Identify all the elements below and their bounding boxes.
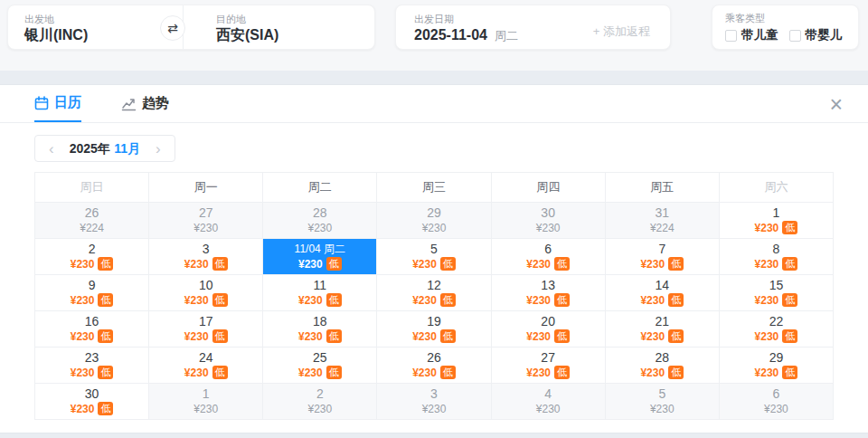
weekday-header: 周日 [35,173,149,203]
low-price-badge: 低 [668,293,684,307]
low-price-badge: 低 [326,293,342,307]
low-price-badge: 低 [554,329,570,343]
low-price-badge: 低 [440,366,456,379]
price-label: ¥230低 [606,293,719,308]
calendar-icon [34,96,49,110]
day-number: 22 [720,314,833,329]
calendar-day-cell[interactable]: 28¥230低 [605,348,719,384]
with-infant-checkbox[interactable] [789,30,801,42]
price-calendar: 周日周一周二周三周四周五周六 26¥22427¥23028¥23029¥2303… [34,172,834,420]
calendar-day-cell[interactable]: 30¥230 [491,203,605,239]
with-children-option[interactable]: 带儿童 [725,27,778,43]
with-infant-option[interactable]: 带婴儿 [789,27,843,43]
departure-field[interactable]: 出发地 银川(INC) [8,5,183,49]
calendar-day-cell[interactable]: 13¥230低 [491,275,605,311]
calendar-day-cell[interactable]: 7¥230低 [605,239,719,275]
destination-value[interactable]: 西安(SIA) [216,25,374,45]
day-number: 14 [606,278,719,293]
low-price-badge: 低 [212,329,228,343]
calendar-day-cell[interactable]: 1¥230 [149,384,263,420]
calendar-day-cell[interactable]: 5¥230 [605,384,719,420]
calendar-day-cell[interactable]: 27¥230低 [491,348,605,384]
day-number: 5 [377,242,490,257]
calendar-day-cell[interactable]: 6¥230 [719,384,833,420]
price-label: ¥230 [149,221,262,235]
calendar-day-cell[interactable]: 30¥230低 [35,384,149,420]
price-calendar-panel: 日历 趋势 × ‹ 2025年 11月 › 周日周一周二周三周四周五周六 26¥… [0,84,868,433]
day-number: 28 [263,205,376,221]
destination-field[interactable]: 目的地 西安(SIA) [184,5,374,49]
price-label: ¥230低 [720,221,833,235]
day-number: 6 [720,386,833,402]
calendar-day-cell[interactable]: 4¥230 [491,384,605,420]
with-children-label: 带儿童 [741,27,778,43]
calendar-day-cell[interactable]: 1¥230低 [719,203,833,239]
price-label: ¥230低 [492,366,605,380]
day-number: 26 [35,205,148,221]
calendar-day-cell[interactable]: 27¥230 [149,203,263,239]
calendar-day-cell[interactable]: 21¥230低 [605,311,719,348]
day-number: 30 [35,386,148,402]
calendar-day-cell[interactable]: 10¥230低 [149,275,263,311]
day-number: 28 [606,350,719,366]
calendar-day-cell[interactable]: 3¥230低 [149,239,263,275]
day-number: 11 [263,278,376,293]
day-number: 2 [35,242,148,257]
calendar-day-cell[interactable]: 31¥224 [605,203,719,239]
price-label: ¥230低 [149,257,262,271]
calendar-day-cell[interactable]: 29¥230 [377,203,491,239]
calendar-day-cell[interactable]: 12¥230低 [377,275,491,311]
calendar-day-cell[interactable]: 26¥224 [35,203,149,239]
calendar-day-cell[interactable]: 8¥230低 [719,239,833,275]
day-number: 29 [720,350,833,366]
calendar-day-cell[interactable]: 3¥230 [377,384,491,420]
calendar-day-cell[interactable]: 5¥230低 [377,239,491,275]
calendar-day-cell[interactable]: 24¥230低 [149,348,263,384]
next-month-button[interactable]: › [154,141,163,157]
calendar-day-cell[interactable]: 15¥230低 [719,275,833,311]
day-number: 31 [606,205,719,221]
low-price-badge: 低 [98,257,113,271]
calendar-day-cell[interactable]: 18¥230低 [263,311,377,348]
prev-month-button[interactable]: ‹ [47,141,56,157]
calendar-day-cell[interactable]: 16¥230低 [35,311,149,348]
calendar-day-cell[interactable]: 29¥230低 [719,348,833,384]
tab-calendar[interactable]: 日历 [34,85,81,122]
departure-date-value[interactable]: 2025-11-04 [414,25,487,45]
tab-trend[interactable]: 趋势 [121,85,169,122]
calendar-day-cell[interactable]: 6¥230低 [491,239,605,275]
departure-value[interactable]: 银川(INC) [24,25,183,45]
price-label: ¥230低 [35,329,148,344]
price-label: ¥230低 [263,366,376,380]
calendar-day-cell[interactable]: 22¥230低 [719,311,833,348]
swap-route-button[interactable]: ⇄ [160,15,185,41]
calendar-day-cell[interactable]: 17¥230低 [149,311,263,348]
calendar-day-cell[interactable]: 14¥230低 [605,275,719,311]
price-label: ¥224 [35,221,148,235]
calendar-day-cell[interactable]: 2¥230 [263,384,377,420]
calendar-day-cell[interactable]: 26¥230低 [377,348,491,384]
day-number: 1 [149,386,262,402]
with-children-checkbox[interactable] [725,30,737,42]
calendar-day-cell[interactable]: 11/04 周二¥230低 [263,239,377,275]
add-return-link[interactable]: + 添加返程 [593,24,650,40]
calendar-day-cell[interactable]: 25¥230低 [263,348,377,384]
search-bar-section: 出发地 银川(INC) ⇄ 目的地 西安(SIA) 出发日期 2025-11-0… [0,0,868,71]
calendar-day-cell[interactable]: 2¥230低 [35,239,149,275]
calendar-week-row: 9¥230低10¥230低11¥230低12¥230低13¥230低14¥230… [35,275,834,311]
departure-date-card[interactable]: 出发日期 2025-11-04 周二 + 添加返程 [395,5,671,50]
low-price-badge: 低 [440,293,456,307]
calendar-day-cell[interactable]: 9¥230低 [35,275,149,311]
calendar-day-cell[interactable]: 23¥230低 [35,348,149,384]
calendar-day-cell[interactable]: 11¥230低 [263,275,377,311]
low-price-badge: 低 [782,329,797,343]
calendar-body: 26¥22427¥23028¥23029¥23030¥23031¥2241¥23… [35,203,834,420]
calendar-day-cell[interactable]: 20¥230低 [491,311,605,348]
calendar-day-cell[interactable]: 28¥230 [263,203,377,239]
price-label: ¥230 [720,402,833,416]
calendar-day-cell[interactable]: 19¥230低 [377,311,491,348]
close-icon[interactable]: × [829,90,843,118]
price-label: ¥230 [263,221,376,235]
low-price-badge: 低 [98,329,113,343]
low-price-badge: 低 [212,293,228,307]
